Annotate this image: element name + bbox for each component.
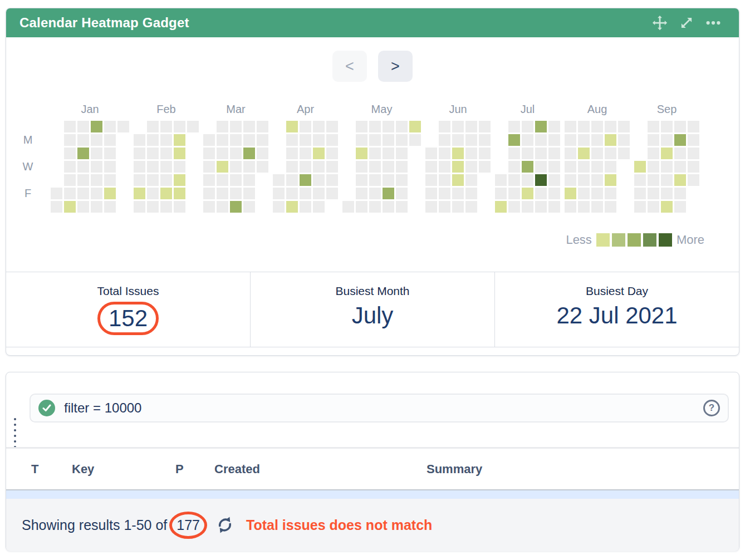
- heatmap-cell[interactable]: [465, 201, 477, 213]
- heatmap-cell[interactable]: [565, 121, 576, 132]
- heatmap-cell[interactable]: [313, 148, 325, 159]
- column-header-key[interactable]: Key: [72, 462, 94, 477]
- heatmap-cell[interactable]: [396, 121, 408, 132]
- heatmap-cell[interactable]: [648, 121, 659, 132]
- heatmap-cell[interactable]: [508, 201, 520, 213]
- heatmap-cell[interactable]: [257, 161, 268, 173]
- heatmap-cell[interactable]: [688, 121, 699, 132]
- help-icon[interactable]: ?: [703, 400, 720, 416]
- heatmap-cell[interactable]: [104, 161, 116, 173]
- heatmap-cell[interactable]: [465, 148, 477, 159]
- heatmap-cell[interactable]: [605, 121, 616, 132]
- heatmap-cell[interactable]: [535, 174, 547, 186]
- heatmap-cell[interactable]: [369, 161, 381, 173]
- heatmap-cell[interactable]: [230, 188, 242, 199]
- heatmap-cell[interactable]: [535, 121, 547, 132]
- heatmap-cell[interactable]: [147, 188, 159, 199]
- heatmap-cell[interactable]: [369, 121, 381, 132]
- heatmap-cell[interactable]: [661, 188, 673, 199]
- heatmap-cell[interactable]: [548, 201, 560, 213]
- heatmap-cell[interactable]: [160, 121, 172, 132]
- heatmap-cell[interactable]: [565, 134, 576, 146]
- heatmap-cell[interactable]: [203, 148, 215, 159]
- heatmap-cell[interactable]: [605, 201, 616, 213]
- heatmap-cell[interactable]: [356, 134, 367, 146]
- heatmap-cell[interactable]: [134, 188, 145, 199]
- heatmap-cell[interactable]: [286, 174, 298, 186]
- heatmap-cell[interactable]: [535, 188, 547, 199]
- heatmap-cell[interactable]: [508, 148, 520, 159]
- heatmap-cell[interactable]: [313, 188, 325, 199]
- heatmap-cell[interactable]: [439, 134, 450, 146]
- heatmap-cell[interactable]: [356, 188, 367, 199]
- heatmap-cell[interactable]: [174, 148, 185, 159]
- heatmap-cell[interactable]: [648, 161, 659, 173]
- heatmap-cell[interactable]: [243, 148, 255, 159]
- heatmap-cell[interactable]: [522, 148, 533, 159]
- column-header-summary[interactable]: Summary: [427, 462, 482, 477]
- heatmap-cell[interactable]: [313, 201, 325, 213]
- heatmap-cell[interactable]: [217, 121, 228, 132]
- heatmap-cell[interactable]: [326, 174, 338, 186]
- heatmap-cell[interactable]: [396, 201, 408, 213]
- heatmap-cell[interactable]: [77, 121, 89, 132]
- heatmap-cell[interactable]: [91, 134, 102, 146]
- heatmap-cell[interactable]: [300, 188, 311, 199]
- heatmap-cell[interactable]: [688, 134, 699, 146]
- heatmap-cell[interactable]: [565, 174, 576, 186]
- heatmap-cell[interactable]: [217, 148, 228, 159]
- heatmap-cell[interactable]: [134, 201, 145, 213]
- heatmap-cell[interactable]: [174, 201, 185, 213]
- heatmap-cell[interactable]: [369, 174, 381, 186]
- heatmap-cell[interactable]: [535, 134, 547, 146]
- next-period-button[interactable]: >: [378, 51, 413, 82]
- more-icon[interactable]: [704, 14, 722, 32]
- heatmap-cell[interactable]: [300, 134, 311, 146]
- prev-period-button[interactable]: <: [332, 51, 367, 82]
- heatmap-cell[interactable]: [452, 121, 464, 132]
- heatmap-cell[interactable]: [396, 188, 408, 199]
- heatmap-cell[interactable]: [64, 174, 76, 186]
- heatmap-cell[interactable]: [300, 161, 311, 173]
- heatmap-cell[interactable]: [91, 201, 102, 213]
- heatmap-cell[interactable]: [548, 134, 560, 146]
- heatmap-cell[interactable]: [356, 121, 367, 132]
- heatmap-cell[interactable]: [160, 174, 172, 186]
- jql-filter-input[interactable]: filter = 10000 ?: [30, 394, 729, 423]
- selected-row-highlight[interactable]: [6, 490, 739, 499]
- heatmap-cell[interactable]: [77, 201, 89, 213]
- heatmap-cell[interactable]: [425, 188, 437, 199]
- heatmap-cell[interactable]: [174, 121, 185, 132]
- heatmap-cell[interactable]: [174, 161, 185, 173]
- heatmap-cell[interactable]: [661, 174, 673, 186]
- heatmap-cell[interactable]: [634, 188, 646, 199]
- heatmap-cell[interactable]: [286, 121, 298, 132]
- heatmap-cell[interactable]: [535, 148, 547, 159]
- heatmap-cell[interactable]: [674, 201, 686, 213]
- heatmap-cell[interactable]: [479, 161, 491, 173]
- heatmap-cell[interactable]: [286, 201, 298, 213]
- heatmap-cell[interactable]: [134, 134, 145, 146]
- heatmap-cell[interactable]: [522, 188, 533, 199]
- heatmap-cell[interactable]: [565, 161, 576, 173]
- heatmap-cell[interactable]: [147, 148, 159, 159]
- heatmap-cell[interactable]: [396, 148, 408, 159]
- heatmap-cell[interactable]: [104, 148, 116, 159]
- heatmap-cell[interactable]: [369, 188, 381, 199]
- heatmap-cell[interactable]: [578, 161, 590, 173]
- heatmap-cell[interactable]: [452, 134, 464, 146]
- heatmap-cell[interactable]: [326, 134, 338, 146]
- heatmap-cell[interactable]: [230, 201, 242, 213]
- heatmap-cell[interactable]: [591, 134, 603, 146]
- heatmap-cell[interactable]: [91, 161, 102, 173]
- heatmap-cell[interactable]: [300, 121, 311, 132]
- refresh-icon[interactable]: [215, 515, 235, 535]
- heatmap-cell[interactable]: [495, 188, 507, 199]
- heatmap-cell[interactable]: [243, 188, 255, 199]
- heatmap-cell[interactable]: [230, 161, 242, 173]
- heatmap-cell[interactable]: [465, 161, 477, 173]
- heatmap-cell[interactable]: [91, 121, 102, 132]
- heatmap-cell[interactable]: [257, 134, 268, 146]
- heatmap-cell[interactable]: [230, 121, 242, 132]
- heatmap-cell[interactable]: [508, 121, 520, 132]
